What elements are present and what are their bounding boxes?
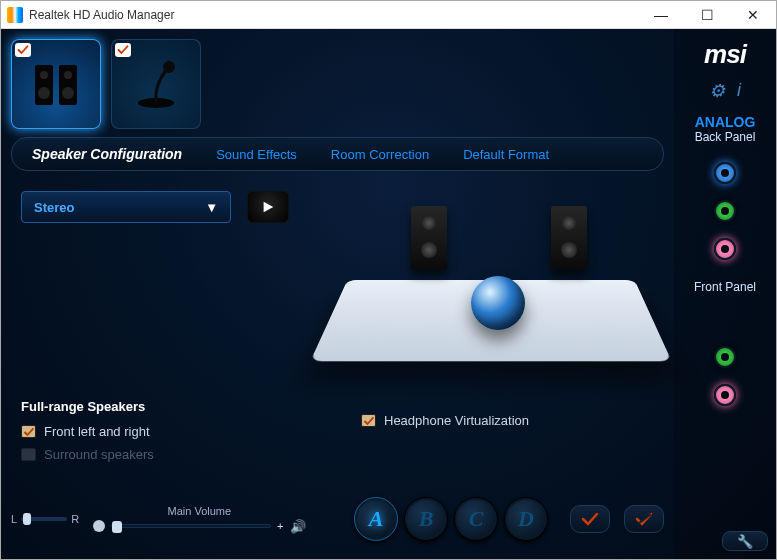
back-jack-line-in[interactable] [714, 162, 736, 184]
balance-slider[interactable]: L R [11, 513, 79, 525]
checkbox-surround-box [21, 448, 36, 461]
svg-point-5 [62, 87, 74, 99]
volume-plus-icon: + [277, 520, 283, 532]
mute-button[interactable] [93, 520, 105, 532]
app-icon [7, 7, 23, 23]
chevron-down-icon: ▼ [205, 200, 218, 215]
svg-point-3 [38, 87, 50, 99]
back-panel-label: Back Panel [695, 130, 756, 144]
front-jack-mic[interactable] [714, 384, 736, 406]
speakers-icon [27, 55, 85, 113]
tab-default-format[interactable]: Default Format [455, 143, 557, 166]
device-microphone[interactable] [111, 39, 201, 129]
speaker-stage [331, 176, 651, 386]
device-speakers[interactable] [11, 39, 101, 129]
connector-settings-button[interactable]: 🔧 [722, 531, 768, 551]
brand-logo: msi [704, 39, 746, 70]
checkbox-front-lr-label: Front left and right [44, 424, 150, 439]
front-jack-headphone[interactable] [714, 346, 736, 368]
analog-label: ANALOG [695, 114, 756, 130]
preset-a[interactable]: A [354, 497, 398, 541]
speaker-mode-value: Stereo [34, 200, 74, 215]
window-minimize-button[interactable]: ― [638, 1, 684, 29]
microphone-icon [127, 55, 185, 113]
checkbox-headphone-virtualization[interactable]: Headphone Virtualization [361, 413, 661, 428]
checkbox-surround: Surround speakers [21, 447, 321, 462]
back-jack-mic[interactable] [714, 238, 736, 260]
balance-knob[interactable] [23, 513, 31, 525]
full-range-title: Full-range Speakers [21, 399, 321, 414]
speaker-mode-dropdown[interactable]: Stereo ▼ [21, 191, 231, 223]
back-jack-line-out[interactable] [714, 200, 736, 222]
balance-right-label: R [71, 513, 79, 525]
test-play-button[interactable] [247, 191, 289, 223]
right-sidebar: msi ⚙ i ANALOG Back Panel Front Panel 🔧 [674, 29, 776, 559]
window-titlebar: Realtek HD Audio Manager ― ☐ ✕ [1, 1, 776, 29]
device-speakers-check[interactable] [15, 43, 31, 57]
checkbox-hp-virt-box [361, 414, 376, 427]
svg-point-2 [40, 71, 48, 79]
window-close-button[interactable]: ✕ [730, 1, 776, 29]
checkbox-front-lr-box [21, 425, 36, 438]
stage-listener-sphere [471, 276, 525, 330]
stage-speaker-left[interactable] [411, 206, 447, 270]
checkbox-hp-virt-label: Headphone Virtualization [384, 413, 529, 428]
preset-delete-button[interactable] [624, 505, 664, 533]
balance-left-label: L [11, 513, 17, 525]
preset-b[interactable]: B [404, 497, 448, 541]
tab-bar: Speaker Configuration Sound Effects Room… [11, 137, 664, 171]
preset-buttons: A B C D [354, 497, 548, 541]
stage-speaker-right[interactable] [551, 206, 587, 270]
main-volume-label: Main Volume [168, 505, 232, 517]
front-panel-label: Front Panel [694, 280, 756, 294]
tab-sound-effects[interactable]: Sound Effects [208, 143, 305, 166]
tab-room-correction[interactable]: Room Correction [323, 143, 437, 166]
preset-save-button[interactable] [570, 505, 610, 533]
svg-point-7 [163, 61, 175, 73]
device-microphone-check[interactable] [115, 43, 131, 57]
main-volume-knob[interactable] [112, 521, 122, 533]
svg-point-4 [64, 71, 72, 79]
checkbox-front-lr[interactable]: Front left and right [21, 424, 321, 439]
main-volume-slider[interactable] [111, 524, 271, 528]
checkbox-surround-label: Surround speakers [44, 447, 154, 462]
preset-d[interactable]: D [504, 497, 548, 541]
tab-speaker-configuration[interactable]: Speaker Configuration [24, 142, 190, 166]
window-title: Realtek HD Audio Manager [29, 8, 174, 22]
info-icon[interactable]: i [737, 80, 741, 102]
speaker-volume-icon: 🔊 [290, 519, 306, 534]
preset-c[interactable]: C [454, 497, 498, 541]
settings-gear-icon[interactable]: ⚙ [709, 80, 725, 102]
window-maximize-button[interactable]: ☐ [684, 1, 730, 29]
